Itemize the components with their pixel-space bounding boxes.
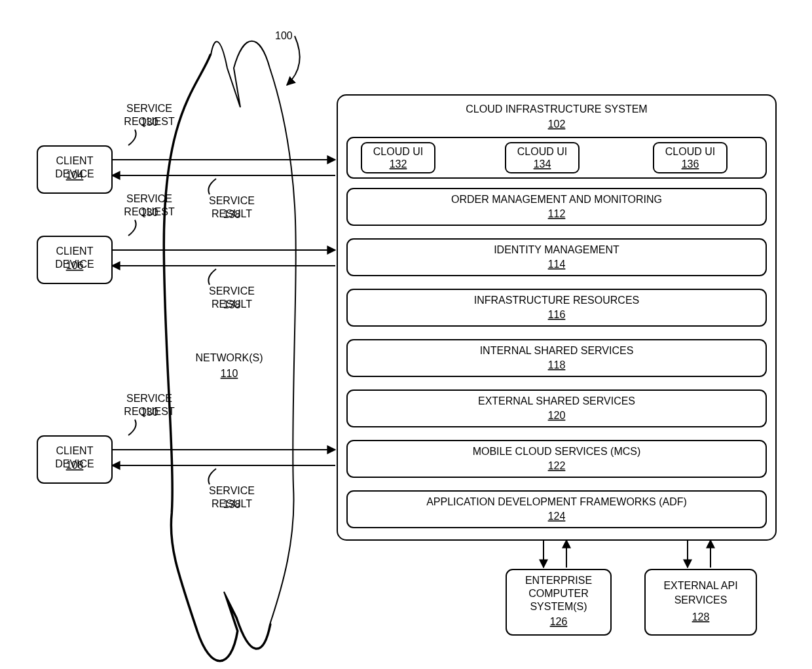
svg-text:116: 116 <box>548 309 566 320</box>
svg-text:EXTERNAL SHARED SERVICES: EXTERNAL SHARED SERVICES <box>478 395 635 407</box>
service-request-ref-2a: 130 <box>141 207 158 218</box>
svg-text:CLOUD UI: CLOUD UI <box>517 146 567 157</box>
client-device-3: CLIENTDEVICE 108 SERVICEREQUEST 130 <box>37 393 175 483</box>
cloud-ref: 102 <box>548 118 566 130</box>
cloud-ui-3: CLOUD UI 136 <box>654 143 727 173</box>
svg-text:138: 138 <box>223 299 241 310</box>
network-label: NETWORK(S) <box>195 352 263 363</box>
subsystem-2: INFRASTRUCTURE RESOURCES 116 <box>347 289 766 326</box>
svg-text:136: 136 <box>682 158 699 170</box>
subsystem-0: ORDER MANAGEMENT AND MONITORING 112 <box>347 189 766 225</box>
client-3-ref: 108 <box>66 460 84 471</box>
svg-text:128: 128 <box>692 611 710 623</box>
svg-text:ORDER MANAGEMENT AND MONITORIN: ORDER MANAGEMENT AND MONITORING <box>451 194 662 205</box>
svg-text:COMPUTER: COMPUTER <box>528 588 589 599</box>
svg-text:IDENTITY MANAGEMENT: IDENTITY MANAGEMENT <box>494 244 619 255</box>
svg-text:118: 118 <box>548 359 566 371</box>
svg-text:MOBILE CLOUD SERVICES (MCS): MOBILE CLOUD SERVICES (MCS) <box>473 446 641 457</box>
client-2-ref: 106 <box>66 260 84 271</box>
network-ref: 110 <box>221 368 238 379</box>
svg-text:INTERNAL SHARED SERVICES: INTERNAL SHARED SERVICES <box>480 345 634 356</box>
service-request-ref-3a: 130 <box>141 407 158 418</box>
overall-ref: 100 <box>275 30 300 85</box>
svg-text:124: 124 <box>548 511 566 522</box>
client-device-2: CLIENTDEVICE 106 SERVICEREQUEST 130 <box>37 193 175 283</box>
svg-text:ENTERPRISE: ENTERPRISE <box>525 575 592 586</box>
client-1-ref: 104 <box>66 170 84 181</box>
svg-text:138: 138 <box>223 499 241 510</box>
cloud-ui-2: CLOUD UI 134 <box>506 143 579 173</box>
service-request-ref-1a: 130 <box>141 117 158 128</box>
subsystem-5: MOBILE CLOUD SERVICES (MCS) 122 <box>347 441 766 477</box>
svg-text:SYSTEM(S): SYSTEM(S) <box>530 601 587 612</box>
network-cloud: NETWORK(S) 110 <box>164 41 296 660</box>
svg-text:114: 114 <box>548 259 566 270</box>
enterprise-box: ENTERPRISE COMPUTER SYSTEM(S) 126 <box>506 570 611 635</box>
cloud-title: CLOUD INFRASTRUCTURE SYSTEM <box>466 103 647 115</box>
svg-text:EXTERNAL API: EXTERNAL API <box>663 580 737 591</box>
svg-text:CLOUD UI: CLOUD UI <box>665 146 715 157</box>
svg-text:132: 132 <box>390 158 407 170</box>
arrows-enterprise <box>544 540 566 568</box>
subsystem-6: APPLICATION DEVELOPMENT FRAMEWORKS (ADF)… <box>347 491 766 528</box>
svg-text:134: 134 <box>534 158 551 170</box>
subsystem-3: INTERNAL SHARED SERVICES 118 <box>347 340 766 376</box>
svg-text:122: 122 <box>548 460 566 471</box>
svg-text:SERVICES: SERVICES <box>674 594 728 606</box>
svg-text:112: 112 <box>548 208 566 219</box>
svg-text:APPLICATION DEVELOPMENT FRAMEW: APPLICATION DEVELOPMENT FRAMEWORKS (ADF) <box>426 496 687 507</box>
cloud-ui-1: CLOUD UI 132 <box>361 143 435 173</box>
external-api-box: EXTERNAL API SERVICES 128 <box>645 570 756 635</box>
overall-ref-num: 100 <box>275 30 293 41</box>
svg-text:INFRASTRUCTURE RESOURCES: INFRASTRUCTURE RESOURCES <box>474 295 639 306</box>
svg-text:120: 120 <box>548 410 566 421</box>
subsystem-1: IDENTITY MANAGEMENT 114 <box>347 239 766 276</box>
arrows-external-api <box>688 540 710 568</box>
svg-text:126: 126 <box>550 616 568 627</box>
svg-text:138: 138 <box>223 209 241 220</box>
subsystem-4: EXTERNAL SHARED SERVICES 120 <box>347 390 766 427</box>
svg-text:CLOUD UI: CLOUD UI <box>373 146 423 157</box>
client-device-1: CLIENTDEVICE 104 SERVICEREQUEST 130 <box>37 103 175 193</box>
